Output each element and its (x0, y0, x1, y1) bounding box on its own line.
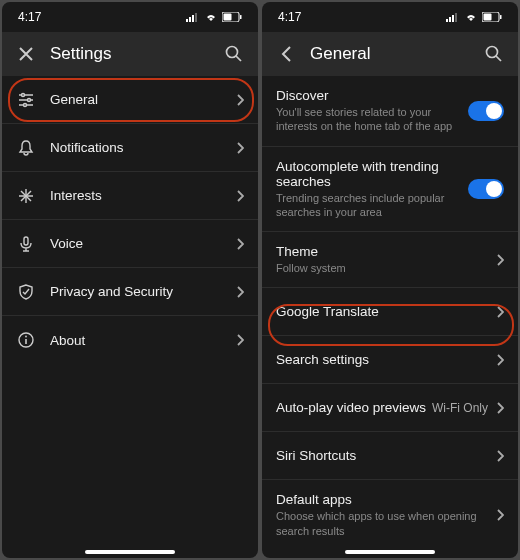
chevron-right-icon (236, 94, 244, 106)
general-list: Discover You'll see stories related to y… (262, 76, 518, 558)
row-label: Interests (50, 188, 236, 203)
header: General (262, 32, 518, 76)
row-label: Discover (276, 88, 468, 103)
row-label: Theme (276, 244, 496, 259)
chevron-right-icon (236, 334, 244, 346)
row-general[interactable]: General (2, 76, 258, 124)
row-label: Google Translate (276, 304, 496, 319)
row-autocomplete[interactable]: Autocomplete with trending searches Tren… (262, 147, 518, 233)
page-title: Settings (50, 44, 210, 64)
chevron-right-icon (496, 509, 504, 521)
svg-rect-3 (195, 13, 197, 22)
row-label: Auto-play video previews (276, 400, 432, 415)
row-about[interactable]: About (2, 316, 258, 364)
chevron-right-icon (496, 450, 504, 462)
settings-screen: 4:17 Settings General Notifications (2, 2, 258, 558)
sliders-icon (16, 90, 36, 110)
search-icon[interactable] (482, 42, 506, 66)
svg-rect-5 (224, 14, 232, 21)
row-subtitle: Follow system (276, 261, 496, 275)
svg-line-8 (236, 56, 241, 61)
svg-rect-2 (192, 15, 194, 22)
mic-icon (16, 234, 36, 254)
svg-rect-25 (452, 15, 454, 22)
row-value: Wi-Fi Only (432, 401, 488, 415)
svg-rect-19 (24, 237, 28, 245)
row-label: Autocomplete with trending searches (276, 159, 468, 189)
svg-rect-6 (240, 15, 242, 19)
status-bar: 4:17 (262, 2, 518, 32)
svg-rect-0 (186, 19, 188, 22)
row-label: Search settings (276, 352, 496, 367)
info-icon (16, 330, 36, 350)
signal-icon (186, 12, 200, 22)
svg-point-14 (24, 103, 27, 106)
row-discover[interactable]: Discover You'll see stories related to y… (262, 76, 518, 147)
row-privacy[interactable]: Privacy and Security (2, 268, 258, 316)
chevron-right-icon (236, 190, 244, 202)
row-subtitle: Choose which apps to use when opening se… (276, 509, 496, 538)
svg-rect-26 (455, 13, 457, 22)
svg-line-31 (496, 56, 501, 61)
signal-icon (446, 12, 460, 22)
chevron-right-icon (236, 286, 244, 298)
home-indicator[interactable] (85, 550, 175, 554)
header: Settings (2, 32, 258, 76)
page-title: General (310, 44, 470, 64)
battery-icon (222, 12, 242, 22)
row-translate[interactable]: Google Translate (262, 288, 518, 336)
row-label: Notifications (50, 140, 236, 155)
status-icons (186, 12, 242, 22)
chevron-right-icon (496, 354, 504, 366)
status-bar: 4:17 (2, 2, 258, 32)
row-interests[interactable]: Interests (2, 172, 258, 220)
row-notifications[interactable]: Notifications (2, 124, 258, 172)
svg-rect-28 (484, 14, 492, 21)
svg-rect-24 (449, 17, 451, 22)
bell-icon (16, 138, 36, 158)
row-label: Privacy and Security (50, 284, 236, 299)
svg-point-21 (25, 336, 27, 338)
chevron-right-icon (496, 402, 504, 414)
row-label: Siri Shortcuts (276, 448, 496, 463)
wifi-icon (204, 12, 218, 22)
svg-point-30 (487, 47, 498, 58)
row-label: Default apps (276, 492, 496, 507)
svg-rect-23 (446, 19, 448, 22)
chevron-right-icon (496, 306, 504, 318)
row-search-settings[interactable]: Search settings (262, 336, 518, 384)
chevron-right-icon (236, 142, 244, 154)
chevron-right-icon (496, 254, 504, 266)
status-time: 4:17 (18, 10, 41, 24)
svg-point-7 (227, 47, 238, 58)
svg-point-12 (28, 98, 31, 101)
chevron-right-icon (236, 238, 244, 250)
svg-rect-1 (189, 17, 191, 22)
row-subtitle: You'll see stories related to your inter… (276, 105, 468, 134)
svg-rect-29 (500, 15, 502, 19)
search-icon[interactable] (222, 42, 246, 66)
row-theme[interactable]: Theme Follow system (262, 232, 518, 288)
status-icons (446, 12, 502, 22)
settings-list: General Notifications Interests Voice (2, 76, 258, 558)
row-subtitle: Trending searches include popular search… (276, 191, 468, 220)
row-voice[interactable]: Voice (2, 220, 258, 268)
home-indicator[interactable] (345, 550, 435, 554)
shield-icon (16, 282, 36, 302)
status-time: 4:17 (278, 10, 301, 24)
row-default-apps[interactable]: Default apps Choose which apps to use wh… (262, 480, 518, 550)
autocomplete-toggle[interactable] (468, 179, 504, 199)
close-icon[interactable] (14, 42, 38, 66)
row-autoplay[interactable]: Auto-play video previews Wi-Fi Only (262, 384, 518, 432)
general-screen: 4:17 General Discover You'll see stories… (262, 2, 518, 558)
discover-toggle[interactable] (468, 101, 504, 121)
row-label: About (50, 333, 236, 348)
sparkle-icon (16, 186, 36, 206)
battery-icon (482, 12, 502, 22)
row-label: Voice (50, 236, 236, 251)
back-icon[interactable] (274, 42, 298, 66)
row-siri[interactable]: Siri Shortcuts (262, 432, 518, 480)
wifi-icon (464, 12, 478, 22)
svg-point-10 (22, 93, 25, 96)
row-label: General (50, 92, 236, 107)
